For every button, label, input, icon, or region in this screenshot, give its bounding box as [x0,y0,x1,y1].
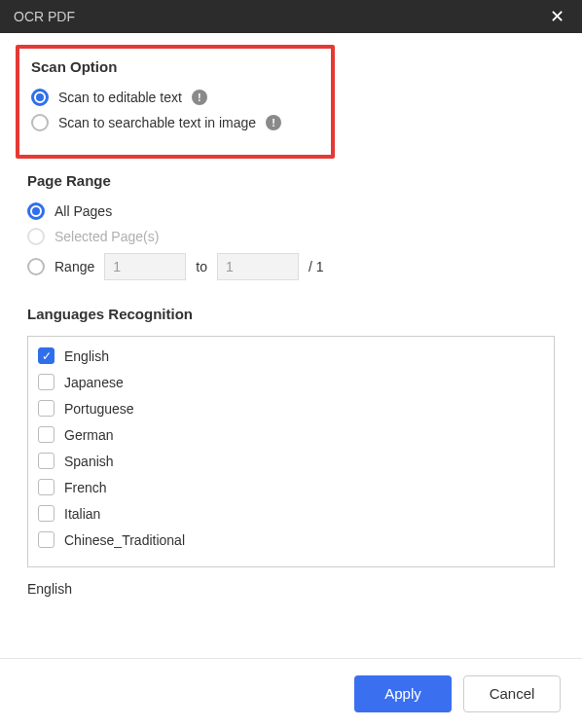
lang-label: Italian [64,506,100,522]
all-pages-row[interactable]: All Pages [27,202,555,220]
radio-scan-editable[interactable] [31,89,49,106]
selected-pages-row: Selected Page(s) [27,228,555,245]
radio-all-pages[interactable] [27,202,45,220]
list-item[interactable]: Chinese_Traditional [30,527,552,553]
cancel-button[interactable]: Cancel [463,675,561,712]
checkbox-german[interactable] [38,426,55,443]
list-item[interactable]: Spanish [30,448,552,474]
scan-editable-label: Scan to editable text [58,90,182,105]
list-item[interactable]: German [30,421,552,448]
selected-languages-summary: English [27,581,555,597]
list-item[interactable]: Italian [30,500,552,527]
all-pages-label: All Pages [55,203,112,219]
lang-label: French [64,480,107,495]
radio-range[interactable] [27,258,45,275]
scan-option-heading: Scan Option [31,58,321,75]
checkbox-chinese-traditional[interactable] [38,531,55,548]
radio-selected-pages [27,228,45,245]
lang-label: Spanish [64,454,114,469]
range-from-input[interactable] [104,253,186,280]
lang-label: Portuguese [64,401,134,417]
checkbox-french[interactable] [38,479,55,495]
lang-label: German [64,427,114,443]
languages-heading: Languages Recognition [27,306,555,322]
checkbox-japanese[interactable] [38,374,55,390]
list-item[interactable]: French [30,474,552,500]
range-to-input[interactable] [217,253,299,280]
list-item[interactable]: ✓ English [30,343,552,369]
info-icon[interactable]: ! [192,90,207,105]
radio-scan-searchable[interactable] [31,114,49,131]
dialog-title: OCR PDF [14,9,75,24]
scan-option-highlight: Scan Option Scan to editable text ! Scan… [16,45,335,159]
range-label: Range [55,259,94,274]
lang-label: Chinese_Traditional [64,532,185,548]
info-icon[interactable]: ! [266,115,281,130]
checkbox-italian[interactable] [38,505,55,522]
page-range-section: Page Range All Pages Selected Page(s) Ra… [27,172,555,298]
scan-searchable-row[interactable]: Scan to searchable text in image ! [31,114,321,131]
scan-searchable-label: Scan to searchable text in image [58,115,256,130]
checkbox-spanish[interactable] [38,453,55,469]
lang-label: Japanese [64,375,124,390]
selected-pages-label: Selected Page(s) [55,229,159,244]
lang-label: English [64,348,109,364]
dialog-footer: Apply Cancel [0,658,582,728]
titlebar: OCR PDF ✕ [0,0,582,33]
dialog-body: Scan Option Scan to editable text ! Scan… [0,33,582,658]
language-list[interactable]: ✓ English Japanese Portuguese German Spa… [27,336,555,567]
range-total-label: / 1 [309,259,324,274]
scan-editable-row[interactable]: Scan to editable text ! [31,89,321,106]
range-row[interactable]: Range to / 1 [27,253,555,280]
checkbox-english[interactable]: ✓ [38,347,55,364]
list-item[interactable]: Japanese [30,369,552,395]
range-to-label: to [196,259,207,274]
list-item[interactable]: Portuguese [30,395,552,421]
close-icon[interactable]: ✕ [545,5,568,28]
page-range-heading: Page Range [27,172,555,189]
apply-button[interactable]: Apply [354,675,452,712]
checkbox-portuguese[interactable] [38,400,55,417]
